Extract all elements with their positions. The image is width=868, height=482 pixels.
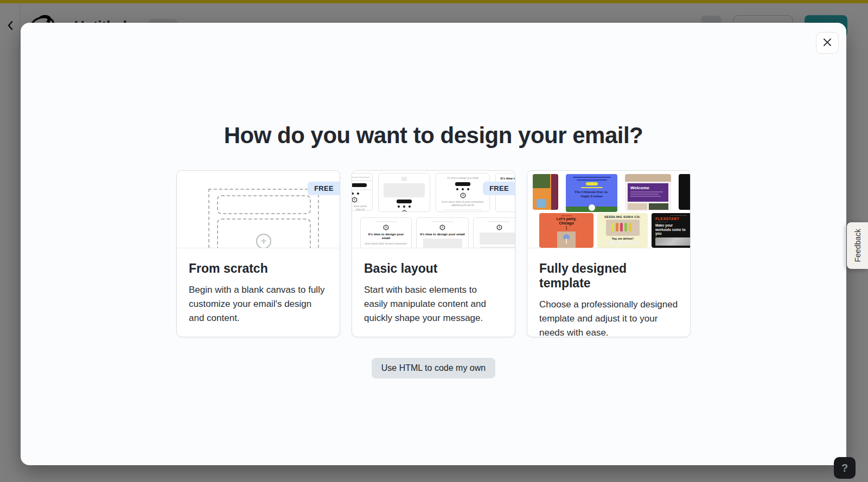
template-thumbnail	[533, 174, 558, 210]
svg-text:A: A	[462, 194, 464, 197]
card-title: Fully designed template	[539, 261, 678, 291]
svg-text:A: A	[442, 226, 444, 229]
template-thumbnail: FLEXSTART Make your workouts come to you	[652, 213, 690, 248]
svg-text:A: A	[403, 211, 405, 212]
template-thumbnail	[679, 174, 690, 210]
card-title: Basic layout	[364, 261, 503, 276]
card-description: Start with basic elements to easily mani…	[364, 283, 503, 325]
template-thumbnail: Let's party,Chicago|	[539, 213, 593, 248]
help-button[interactable]: ?	[834, 457, 856, 479]
svg-text:A: A	[498, 226, 500, 229]
svg-text:A: A	[385, 226, 387, 229]
option-card-from-scratch[interactable]: FREE + From scratch Begin with a blank c…	[176, 170, 340, 337]
free-badge: FREE	[308, 182, 340, 195]
card-title: From scratch	[189, 261, 328, 276]
feedback-label: Feedback	[853, 229, 862, 262]
card-description: Choose a professionally designed templat…	[539, 298, 678, 340]
template-thumbnail: SEEDLING SODA CO. Yay, we deliver!	[597, 213, 648, 248]
feedback-tab[interactable]: Feedback	[847, 222, 868, 269]
designed-template-preview: The Ultimate Day-to-Night Frisbee Welcom…	[527, 171, 690, 248]
template-thumbnail: The Ultimate Day-to-Night Frisbee	[566, 174, 617, 212]
option-card-basic-layout[interactable]: FREE A lorem ipsum dolor sit	[352, 170, 515, 337]
close-button[interactable]	[816, 32, 839, 54]
use-html-button[interactable]: Use HTML to code my own	[372, 358, 495, 378]
free-badge: FREE	[483, 182, 515, 195]
plus-circle-icon: +	[256, 234, 271, 248]
template-thumbnail: Welcome	[625, 174, 671, 211]
card-description: Begin with a blank canvas to fully custo…	[189, 283, 328, 325]
svg-text:A: A	[354, 198, 356, 201]
modal-title: How do you want to design your email?	[21, 123, 846, 149]
option-card-designed-template[interactable]: The Ultimate Day-to-Night Frisbee Welcom…	[527, 170, 691, 337]
screen: Untitled Draft ⚙ Finish later Send How d…	[0, 0, 868, 482]
design-choice-modal: How do you want to design your email? FR…	[21, 23, 846, 465]
design-options: FREE + From scratch Begin with a blank c…	[21, 170, 846, 337]
close-icon	[823, 38, 832, 48]
